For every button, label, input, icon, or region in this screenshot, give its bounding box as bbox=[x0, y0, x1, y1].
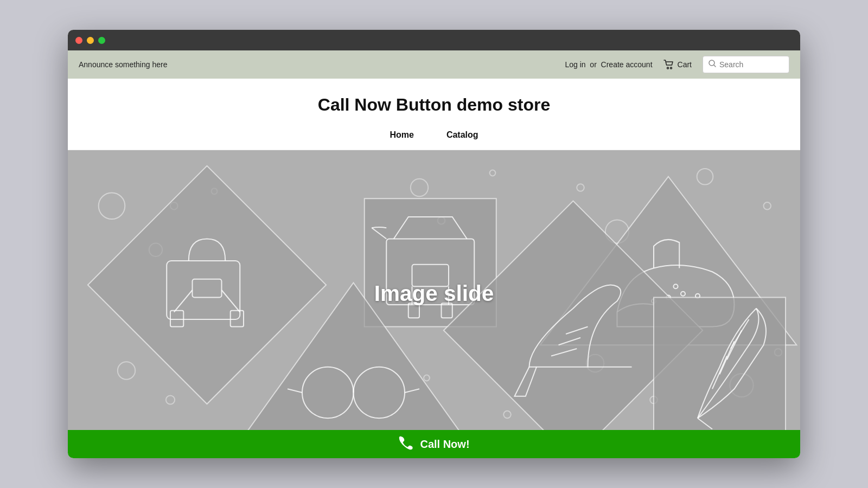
traffic-lights bbox=[75, 37, 105, 44]
fullscreen-button[interactable] bbox=[98, 37, 105, 44]
store-title: Call Now Button demo store bbox=[79, 95, 789, 115]
hero-slide: Image slide bbox=[68, 150, 800, 430]
close-button[interactable] bbox=[75, 37, 82, 44]
phone-icon bbox=[398, 435, 413, 453]
or-separator: or bbox=[590, 60, 596, 69]
create-account-link[interactable]: Create account bbox=[601, 60, 653, 69]
search-box[interactable] bbox=[703, 56, 789, 73]
nav-catalog[interactable]: Catalog bbox=[446, 130, 478, 140]
svg-point-1 bbox=[670, 67, 672, 69]
call-now-label: Call Now! bbox=[420, 438, 469, 451]
cart-button[interactable]: Cart bbox=[663, 60, 692, 69]
svg-point-0 bbox=[667, 67, 668, 69]
title-bar bbox=[68, 30, 800, 50]
main-content: Image slide bbox=[68, 150, 800, 430]
svg-rect-52 bbox=[654, 298, 786, 431]
call-now-bar[interactable]: Call Now! bbox=[68, 430, 800, 458]
svg-text:Image slide: Image slide bbox=[374, 281, 494, 306]
auth-links: Log in or Create account bbox=[565, 60, 652, 69]
search-icon bbox=[709, 60, 716, 69]
main-nav: Home Catalog bbox=[68, 120, 800, 150]
search-input[interactable] bbox=[719, 60, 783, 69]
minimize-button[interactable] bbox=[87, 37, 94, 44]
mac-window: Announce something here Log in or Create… bbox=[68, 30, 800, 458]
announcement-text: Announce something here bbox=[79, 60, 167, 69]
announcement-bar: Announce something here Log in or Create… bbox=[68, 50, 800, 79]
login-link[interactable]: Log in bbox=[565, 60, 585, 69]
cart-label: Cart bbox=[678, 60, 692, 69]
store-header: Call Now Button demo store bbox=[68, 79, 800, 120]
cart-icon bbox=[663, 60, 674, 69]
header-right: Log in or Create account Cart bbox=[565, 56, 789, 73]
nav-home[interactable]: Home bbox=[390, 130, 413, 140]
hero-illustrations: Image slide bbox=[68, 150, 800, 430]
